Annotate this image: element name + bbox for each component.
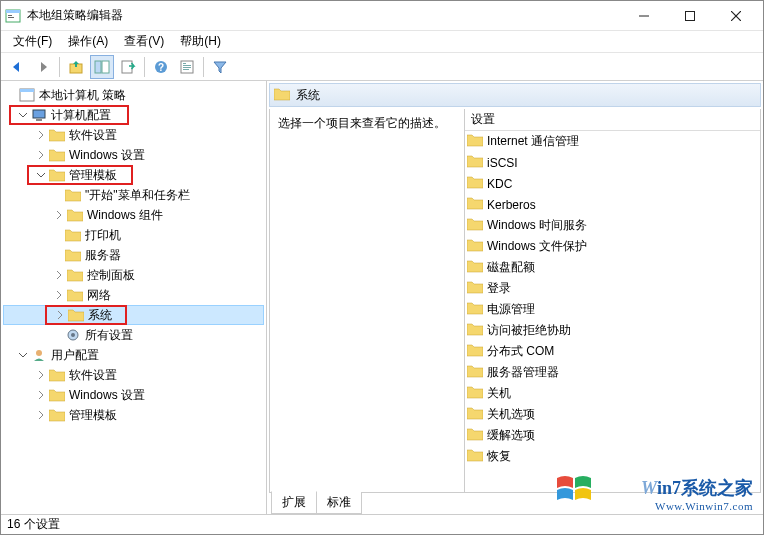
list-pane[interactable]: 设置 Internet 通信管理iSCSIKDCKerberosWindows … xyxy=(465,109,760,492)
folder-icon xyxy=(49,387,65,403)
list-item-label: 访问被拒绝协助 xyxy=(487,322,571,339)
filter-button[interactable] xyxy=(208,55,232,79)
list-item-label: Windows 时间服务 xyxy=(487,217,587,234)
list-item[interactable]: KDC xyxy=(465,173,760,194)
list-item[interactable]: Internet 通信管理 xyxy=(465,131,760,152)
tab-standard[interactable]: 标准 xyxy=(316,492,362,514)
tree-windows-components[interactable]: Windows 组件 xyxy=(3,205,264,225)
folder-icon xyxy=(467,406,483,423)
tree-control-panel[interactable]: 控制面板 xyxy=(3,265,264,285)
folder-icon xyxy=(49,127,65,143)
toolbar-sep xyxy=(59,57,60,77)
list-item-label: iSCSI xyxy=(487,156,518,170)
tree-windows-settings[interactable]: Windows 设置 xyxy=(3,145,264,165)
list-item[interactable]: Windows 文件保护 xyxy=(465,236,760,257)
folder-icon xyxy=(467,196,483,213)
back-button[interactable] xyxy=(5,55,29,79)
folder-icon xyxy=(65,247,81,263)
tree-user-config[interactable]: 用户配置 xyxy=(3,345,264,365)
list-item-label: Windows 文件保护 xyxy=(487,238,587,255)
list-item[interactable]: Kerberos xyxy=(465,194,760,215)
list-item[interactable]: Windows 时间服务 xyxy=(465,215,760,236)
help-button[interactable]: ? xyxy=(149,55,173,79)
list-item[interactable]: 磁盘配额 xyxy=(465,257,760,278)
svg-text:?: ? xyxy=(158,62,164,73)
list-item[interactable]: 登录 xyxy=(465,278,760,299)
expander-icon[interactable] xyxy=(5,89,17,101)
chevron-right-icon[interactable] xyxy=(53,269,65,281)
tree-label: 管理模板 xyxy=(69,407,117,424)
list-item-label: 服务器管理器 xyxy=(487,364,559,381)
svg-rect-15 xyxy=(183,63,186,64)
tree-label: 软件设置 xyxy=(69,367,117,384)
chevron-down-icon[interactable] xyxy=(35,169,47,181)
svg-rect-1 xyxy=(6,10,20,13)
show-hide-tree-button[interactable] xyxy=(90,55,114,79)
description-text: 选择一个项目来查看它的描述。 xyxy=(278,116,446,130)
tab-extended[interactable]: 扩展 xyxy=(271,491,317,514)
tree-u-software[interactable]: 软件设置 xyxy=(3,365,264,385)
up-button[interactable] xyxy=(64,55,88,79)
tree-root[interactable]: 本地计算机 策略 xyxy=(3,85,264,105)
tree-label: 控制面板 xyxy=(87,267,135,284)
right-body: 选择一个项目来查看它的描述。 设置 Internet 通信管理iSCSIKDCK… xyxy=(269,109,761,493)
tree-system[interactable]: 系统 xyxy=(3,305,264,325)
list-item[interactable]: 服务器管理器 xyxy=(465,362,760,383)
tree-network[interactable]: 网络 xyxy=(3,285,264,305)
list-item[interactable]: 访问被拒绝协助 xyxy=(465,320,760,341)
list-item[interactable]: 关机选项 xyxy=(465,404,760,425)
menu-file[interactable]: 文件(F) xyxy=(5,31,60,52)
folder-icon xyxy=(467,322,483,339)
toolbar-sep xyxy=(203,57,204,77)
tree-printers[interactable]: 打印机 xyxy=(3,225,264,245)
chevron-right-icon[interactable] xyxy=(53,289,65,301)
tree-computer-config[interactable]: 计算机配置 xyxy=(3,105,264,125)
policy-icon xyxy=(19,87,35,103)
chevron-right-icon[interactable] xyxy=(35,149,47,161)
forward-button[interactable] xyxy=(31,55,55,79)
close-button[interactable] xyxy=(713,1,759,31)
chevron-right-icon[interactable] xyxy=(35,129,47,141)
tree-pane[interactable]: 本地计算机 策略 计算机配置 软件设置 Windows 设置 管理模板 "开始"… xyxy=(1,81,267,514)
list-item[interactable]: 分布式 COM xyxy=(465,341,760,362)
list-item[interactable]: iSCSI xyxy=(465,152,760,173)
maximize-button[interactable] xyxy=(667,1,713,31)
tree-servers[interactable]: 服务器 xyxy=(3,245,264,265)
list-item[interactable]: 缓解选项 xyxy=(465,425,760,446)
folder-icon xyxy=(65,187,81,203)
list-item[interactable]: 电源管理 xyxy=(465,299,760,320)
menu-action[interactable]: 操作(A) xyxy=(60,31,116,52)
menu-help[interactable]: 帮助(H) xyxy=(172,31,229,52)
settings-icon xyxy=(65,327,81,343)
tree-u-windows[interactable]: Windows 设置 xyxy=(3,385,264,405)
tree-software-settings[interactable]: 软件设置 xyxy=(3,125,264,145)
properties-button[interactable] xyxy=(175,55,199,79)
chevron-right-icon[interactable] xyxy=(35,389,47,401)
svg-rect-5 xyxy=(686,11,695,20)
menu-view[interactable]: 查看(V) xyxy=(116,31,172,52)
folder-icon xyxy=(49,407,65,423)
svg-rect-2 xyxy=(8,15,12,16)
export-button[interactable] xyxy=(116,55,140,79)
chevron-right-icon[interactable] xyxy=(53,209,65,221)
tree-u-admin[interactable]: 管理模板 xyxy=(3,405,264,425)
list-item[interactable]: 恢复 xyxy=(465,446,760,467)
list-item-label: 登录 xyxy=(487,280,511,297)
tree-label: 系统 xyxy=(88,307,112,324)
svg-rect-20 xyxy=(20,89,34,92)
tree-start-menu[interactable]: "开始"菜单和任务栏 xyxy=(3,185,264,205)
column-header-setting[interactable]: 设置 xyxy=(465,109,760,131)
folder-icon xyxy=(467,427,483,444)
minimize-button[interactable] xyxy=(621,1,667,31)
list-item[interactable]: 关机 xyxy=(465,383,760,404)
chevron-down-icon[interactable] xyxy=(17,349,29,361)
chevron-right-icon[interactable] xyxy=(54,309,66,321)
tree-all-settings[interactable]: 所有设置 xyxy=(3,325,264,345)
folder-icon xyxy=(67,207,83,223)
chevron-down-icon[interactable] xyxy=(17,109,29,121)
svg-rect-3 xyxy=(8,17,14,18)
chevron-right-icon[interactable] xyxy=(35,409,47,421)
list-item-label: 关机选项 xyxy=(487,406,535,423)
chevron-right-icon[interactable] xyxy=(35,369,47,381)
tree-admin-templates[interactable]: 管理模板 xyxy=(3,165,264,185)
